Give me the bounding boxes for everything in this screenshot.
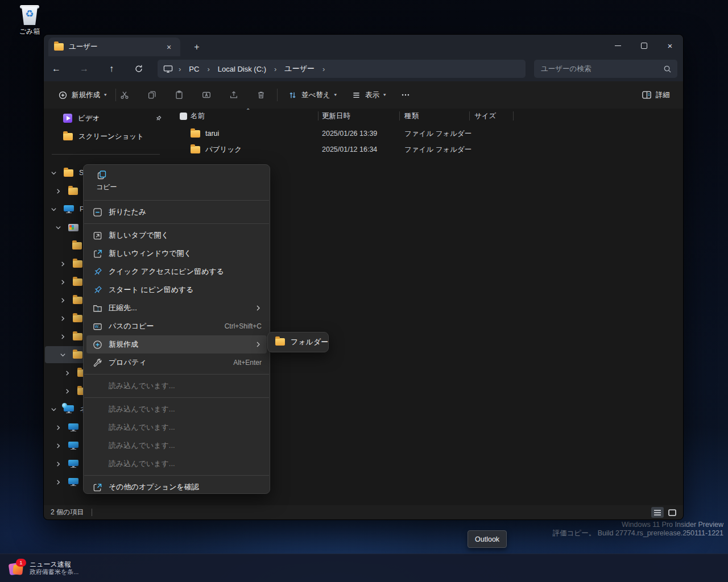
breadcrumb-users[interactable]: ユーザー (282, 63, 317, 75)
refresh-button[interactable] (130, 60, 148, 77)
copy-command-button[interactable]: コピー (96, 169, 270, 192)
column-size[interactable]: サイズ (474, 111, 496, 121)
tab-users[interactable]: ユーザー × (48, 38, 180, 56)
new-submenu: フォルダー (267, 332, 329, 352)
chevron-right-icon[interactable] (64, 388, 71, 394)
chevron-right-icon[interactable] (60, 315, 66, 322)
copy-path-icon: W.. (92, 321, 103, 332)
minimize-button[interactable] (605, 35, 631, 56)
sidebar-divider (52, 154, 160, 155)
new-tab-button[interactable]: + (189, 40, 204, 55)
this-pc-icon[interactable] (163, 65, 173, 73)
taskbar-tooltip: Outlook (468, 530, 507, 548)
chevron-down-icon[interactable] (51, 206, 57, 213)
folder-icon (73, 351, 82, 359)
chevron-right-icon[interactable] (55, 479, 61, 485)
forward-button[interactable]: → (75, 60, 93, 77)
menu-item-collapse[interactable]: 折りたたみ (86, 203, 267, 221)
submenu-item-folder[interactable]: フォルダー (270, 334, 326, 350)
chevron-right-icon[interactable] (60, 297, 66, 304)
details-pane-button[interactable]: 詳細 (636, 87, 675, 103)
chevron-right-icon[interactable] (60, 334, 66, 340)
new-button[interactable]: 新規作成▾ (53, 87, 112, 103)
widgets-button[interactable]: 1 ニュース速報 政府備蓄米を条... (5, 557, 83, 579)
menu-item-more-options[interactable]: その他のオプションを確認 (86, 478, 267, 494)
column-type[interactable]: 種類 (404, 111, 419, 121)
sort-button[interactable]: 並べ替え▾ (283, 87, 342, 103)
menu-item-open-new-window[interactable]: 新しいウィンドウで開く (86, 244, 267, 263)
more-toolbar-button[interactable] (395, 88, 416, 102)
recycle-bin-desktop-icon[interactable]: ♻ ごみ箱 (10, 3, 49, 36)
recycle-bin-label: ごみ箱 (10, 27, 49, 36)
chevron-right-icon[interactable] (60, 279, 66, 285)
menu-item-pin-start[interactable]: スタート にピン留めする (86, 281, 267, 299)
chevron-right-icon[interactable] (55, 188, 61, 194)
chevron-right-icon[interactable] (55, 425, 61, 431)
view-button[interactable]: 表示▾ (346, 87, 391, 103)
sidebar-item-videos[interactable]: ビデオ (45, 110, 169, 127)
desktop-wallpaper: ♻ ごみ箱 Windows 11 Pro Insider Preview 評価コ… (0, 0, 728, 582)
file-name: tarui (205, 130, 219, 138)
watermark-line2: 評価コピー。 Build 27774.rs_prerelease.250111-… (553, 529, 723, 538)
menu-item-compress[interactable]: 圧縮先... (86, 299, 267, 317)
search-input[interactable] (540, 64, 663, 73)
shortcut-label: Ctrl+Shift+C (225, 322, 262, 330)
chevron-right-icon[interactable] (55, 461, 61, 467)
rename-button[interactable] (196, 88, 217, 102)
file-type: ファイル フォルダー (404, 145, 471, 155)
close-button[interactable]: × (657, 35, 683, 56)
view-icon (351, 90, 361, 100)
status-divider (92, 509, 92, 516)
back-button[interactable]: ← (47, 60, 65, 77)
column-modified[interactable]: 更新日時 (322, 111, 350, 121)
menu-item-copy-path[interactable]: W.. パスのコピー Ctrl+Shift+C (86, 317, 267, 335)
search-box[interactable] (534, 60, 677, 78)
folder-icon (73, 260, 82, 268)
context-menu: コピー 折りたたみ 新しいタブで開く 新しいウィンドウで開く クイック アクセス… (83, 164, 270, 494)
folder-icon (64, 169, 73, 177)
large-icons-view-toggle[interactable] (666, 507, 679, 518)
delete-button[interactable] (251, 88, 271, 102)
maximize-button[interactable] (631, 35, 657, 56)
video-icon (63, 114, 72, 123)
folder-icon (72, 242, 82, 250)
sidebar-item-screenshots[interactable]: スクリーンショット (45, 128, 169, 145)
menu-item-pin-quick-access[interactable]: クイック アクセスにピン留めする (86, 263, 267, 281)
up-button[interactable]: ↑ (102, 60, 121, 77)
chevron-down-icon[interactable] (51, 406, 57, 413)
share-button[interactable] (224, 88, 244, 102)
breadcrumb-pc[interactable]: PC (187, 64, 201, 74)
notification-badge: 1 (16, 559, 26, 567)
status-bar: 2 個の項目 (44, 505, 683, 519)
network-pc-icon (68, 478, 78, 487)
folder-icon (63, 133, 73, 140)
menu-item-new[interactable]: 新規作成 (86, 335, 267, 354)
chevron-right-icon[interactable] (55, 443, 61, 449)
copy-button[interactable] (142, 88, 162, 102)
file-row-tarui[interactable]: tarui 2025/01/26 13:39 ファイル フォルダー (173, 126, 679, 142)
chevron-down-icon[interactable] (60, 352, 66, 358)
more-options-icon (92, 481, 103, 493)
chevron-down-icon[interactable] (51, 170, 57, 176)
pc-icon (64, 205, 74, 214)
breadcrumb-local-disk[interactable]: Local Disk (C:) (216, 64, 268, 74)
address-bar: ← → ↑ › PC › Local Disk (C:) › ユーザー › (44, 56, 683, 81)
column-headers: 名前 ⌃ 更新日時 種類 サイズ (171, 109, 683, 123)
cut-button[interactable] (114, 88, 135, 102)
shortcut-label: Alt+Enter (233, 359, 262, 367)
paste-button[interactable] (169, 88, 189, 102)
details-view-toggle[interactable] (651, 507, 664, 518)
chevron-right-icon[interactable] (60, 261, 66, 267)
wrench-icon (92, 357, 103, 368)
column-name[interactable]: 名前 (191, 111, 205, 121)
select-all-checkbox[interactable] (180, 113, 187, 120)
tab-close-icon[interactable]: × (163, 43, 175, 52)
breadcrumb-chevron-icon: › (179, 65, 181, 73)
folder-icon (191, 146, 200, 153)
zip-folder-icon (92, 302, 103, 314)
menu-item-properties[interactable]: プロパティ Alt+Enter (86, 354, 267, 372)
file-row-public[interactable]: パブリック 2025/01/12 16:34 ファイル フォルダー (173, 142, 679, 157)
menu-item-open-new-tab[interactable]: 新しいタブで開く (86, 226, 267, 244)
chevron-right-icon[interactable] (64, 370, 71, 376)
chevron-down-icon[interactable] (55, 225, 61, 231)
